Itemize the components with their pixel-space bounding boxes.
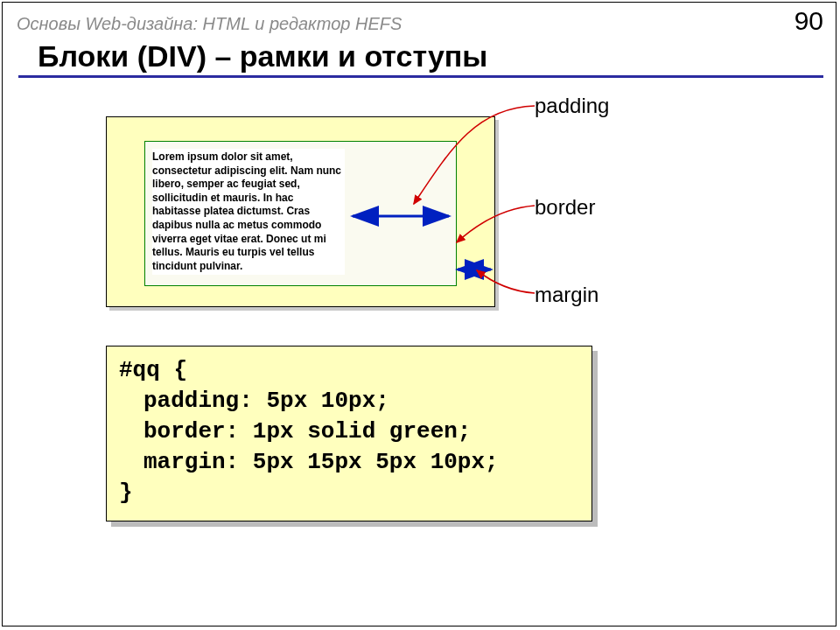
code-close: } [119,480,133,506]
label-padding: padding [535,94,609,118]
box-model-diagram: Lorem ipsum dolor sit amet, consectetur … [106,116,495,307]
slide-header: Основы Web-дизайна: HTML и редактор HEFS… [3,3,836,36]
doc-title: Основы Web-дизайна: HTML и редактор HEFS [17,14,402,34]
sample-text: Lorem ipsum dolor sit amet, consectetur … [152,149,345,275]
arrow-layer [3,3,837,627]
slide-title: Блоки (DIV) – рамки и отступы [38,39,820,74]
code-line-border: border: 1px solid green; [119,416,579,447]
label-margin: margin [535,283,598,307]
code-line-margin: margin: 5px 15px 5px 10px; [119,447,579,478]
label-border: border [535,195,595,220]
box-model-inner: Lorem ipsum dolor sit amet, consectetur … [144,141,457,286]
code-example: #qq { padding: 5px 10px; border: 1px sol… [106,346,592,522]
code-open: #qq { [119,357,187,383]
code-line-padding: padding: 5px 10px; [119,386,579,416]
title-rule [18,75,823,78]
page-number: 90 [794,6,823,36]
